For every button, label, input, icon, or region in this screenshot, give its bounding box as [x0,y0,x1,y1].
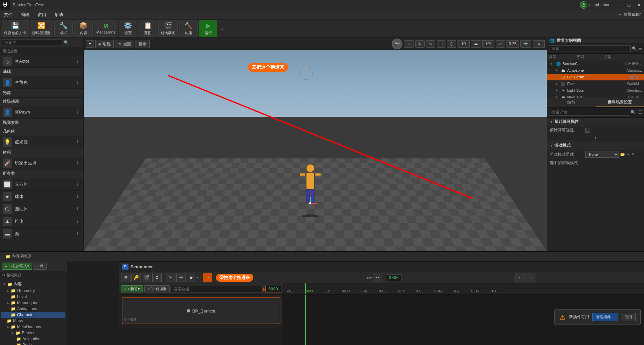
scale-button[interactable]: ⤡ [426,40,435,48]
level-folder[interactable]: 📁 Level [1,294,65,300]
outline-item-floor[interactable]: 👁 ⬛ Floor StaticM... [547,80,644,87]
actor-item-character[interactable]: 👤 空角色 ℹ [0,76,84,89]
actor-item-cone[interactable]: ▲ 椎体 ℹ [0,215,84,228]
actor-item-pawn[interactable]: 👤 空Pawn ℹ [0,106,84,119]
actor-info-button[interactable]: ℹ [74,181,81,188]
rotate-button[interactable]: ↻ [415,40,425,48]
mesh-toggle[interactable]: ⬡ [447,40,456,48]
seq-curve-button[interactable]: 〰 [373,273,382,282]
precompute-checkbox[interactable] [585,128,590,133]
visibility-icon[interactable]: 👁 [554,81,559,86]
content-button[interactable]: 📦 内容 [74,20,93,37]
actor-info-button[interactable]: ℹ [74,109,81,116]
actor-item-plane[interactable]: ▬ 面 ℹ [0,228,84,240]
outline-item-bp-bernice[interactable]: 👁 ⬡ BP_Bernic 编辑BP [547,74,644,80]
save-button[interactable]: □ 保 [34,263,47,270]
seq-eye-button[interactable]: 👁 [176,273,186,282]
timeline-cursor[interactable] [305,283,306,294]
actor-item-point-light[interactable]: 💡 点光源 ℹ [0,136,84,148]
details-search-input[interactable] [549,109,629,116]
visibility-icon[interactable]: 👁 [554,68,559,73]
toolbar-expand-button[interactable]: » [219,20,225,37]
nav-left-button[interactable]: ← [516,273,525,282]
content-browser-tab[interactable]: 📁 内容浏览器 [2,252,35,261]
actor-info-button[interactable]: ℹ [74,230,81,237]
transform-button[interactable]: ↔ [404,40,414,48]
seq-settings-button[interactable]: ⚙ [152,273,162,282]
maximize-button[interactable]: □ [624,0,634,10]
search-icon[interactable]: 🔍 [631,110,636,115]
viewport-dropdown-button[interactable]: ▾ [86,40,94,48]
mannequin-folder[interactable]: ▶ 📁 Mannequin [1,300,65,306]
menu-help[interactable]: 帮助 [50,10,67,19]
list-options-icon[interactable]: ☰ [638,110,642,115]
list-view-button[interactable]: ☰ [638,46,642,51]
actor-info-button[interactable]: ℹ [74,79,81,86]
bp-bernice-track[interactable]: BP_Bernice 0个项目 [122,297,280,324]
build-button[interactable]: 🔨 构建 [179,20,198,37]
actor-item-empty-actor[interactable]: ◇ 空Actor ℹ [0,55,84,68]
actor-info-button[interactable]: ℹ [74,139,81,145]
search-input[interactable] [2,39,62,46]
seq-arrow-button[interactable]: → [203,273,212,282]
outline-item-bernicecloth[interactable]: 👁 🌐 BerniceClot 世界场景... [547,60,644,67]
actor-info-button[interactable]: ℹ [74,206,81,212]
mode-button[interactable]: 🔧 模式 [54,20,73,37]
dismiss-notification-button[interactable]: 取消 [621,313,636,321]
filter-button[interactable]: ▽ ▽ 过滤器 [144,285,170,292]
character-folder[interactable]: 📁 Character [1,312,65,318]
precompute-section-header[interactable]: ▼ 预计算可视性 [547,117,644,126]
game-mode-clear-button[interactable]: ✕ [631,152,635,157]
metahumans-folder[interactable]: ▶ 📁 MetaHumans [1,324,65,330]
lighting-button[interactable]: ☀ 光照 [115,40,134,48]
maps-folder[interactable]: 📁 Maps [1,318,65,324]
3d-viewport[interactable]: ▾ ◈ 透视 ☀ 光照 显示 📷 ↔ ↻ ⤡ □ ⬡ 10 ⛰ 10° ⤢ 0.… [84,38,547,251]
body-folder[interactable]: 📁 Body [1,342,65,345]
minimize-button[interactable]: ─ [614,0,624,10]
actor-info-button[interactable]: ℹ [74,160,81,166]
visibility-icon[interactable]: 👁 [554,74,559,80]
animation-folder[interactable]: 📁 Animation [1,336,65,342]
blueprint-button[interactable]: 📋 蓝图 [139,20,157,37]
actor-item-cube[interactable]: ⬜ 立方体 ℹ [0,178,84,191]
seq-key-button[interactable]: 🔑 [131,273,141,282]
actor-info-button[interactable]: ℹ [74,218,81,225]
seq-play-button[interactable]: ▶ [187,273,196,282]
outline-item-atmosphere[interactable]: 👁 ⛅ Atmosphe Atmosp... [547,67,644,74]
menu-file[interactable]: 文件 [0,10,17,19]
actor-info-button[interactable]: ℹ [74,58,81,65]
tab-world-settings[interactable]: 世界场景设置 [596,98,644,107]
run-button[interactable]: ▶ 运行 [199,20,217,37]
outline-item-light-source[interactable]: 👁 ☀ Light Sour Directio... [547,87,644,94]
mode-toggle[interactable]: □ [437,40,445,48]
seq-scissors-button[interactable]: ✂ [166,273,175,282]
marketplace-button[interactable]: M Megascans [94,20,117,37]
seq-add-button[interactable]: 🎬 [142,273,151,282]
fps-label[interactable]: fps▾ [365,275,372,280]
settings-button[interactable]: ⚙️ 设置 [119,20,137,37]
save-button[interactable]: 💾 保存当前关卡 [2,20,29,37]
outline-search-input[interactable] [549,45,631,52]
actor-info-button[interactable]: ℹ [74,193,81,200]
menu-edit[interactable]: 编辑 [17,10,34,19]
actor-item-cylinder[interactable]: ⬡ 圆柱体 ℹ [0,203,84,215]
perspective-button[interactable]: ◈ 透视 [95,40,114,48]
close-button[interactable]: ✕ [634,0,644,10]
actor-item-sphere[interactable]: ● 球体 ℹ [0,191,84,203]
content-folder-header[interactable]: ▼ 📁 内容 [1,281,65,288]
cinematics-button[interactable]: 🎬 过场动画 [158,20,178,37]
actor-item-player-start[interactable]: 🚀 玩家出生点 ℹ [0,157,84,169]
geometry-folder[interactable]: ▶ 📁 Geometry [1,288,65,294]
nav-right-button[interactable]: → [526,273,535,282]
gamemode-section-header[interactable]: ▼ 游戏模式 [547,141,644,150]
tab-detail[interactable]: 细节 [547,98,596,107]
menu-window[interactable]: 窗口 [34,10,50,19]
manage-plugins-button[interactable]: 管理插件... [592,313,618,321]
seq-nav-button[interactable]: ⊕ [121,273,130,282]
game-mode-browse-button[interactable]: 📂 [620,152,625,157]
visibility-icon[interactable]: 👁 [549,61,554,66]
play-dropdown-arrow[interactable]: ▾ [197,276,199,279]
bernice-folder[interactable]: ▼ 📁 Bernice [1,330,65,336]
visibility-icon[interactable]: 👁 [554,88,559,93]
show-button[interactable]: 显示 [136,40,150,48]
